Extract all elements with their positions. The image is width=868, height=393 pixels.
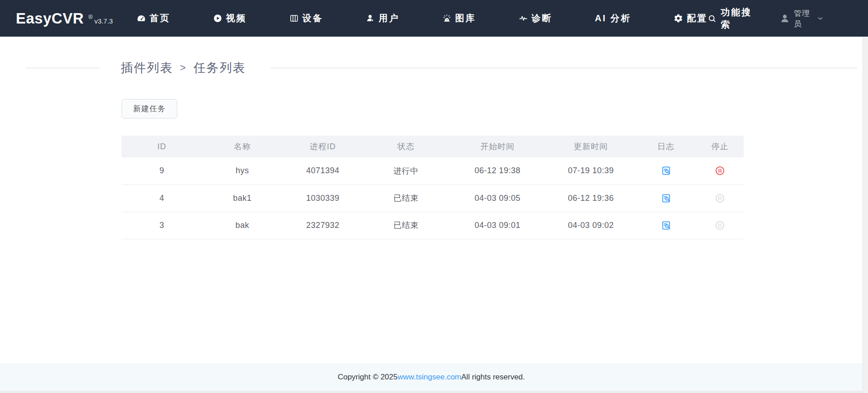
registered-mark: ® [88,14,93,20]
breadcrumb-right-rule [270,68,857,68]
nav-item-label: AI 分析 [595,12,632,24]
avatar-icon [779,13,790,24]
task-table-body: 9hys4071394进行中06-12 19:3807-19 10:394bak… [122,157,744,239]
user-label: 管理员 [794,8,813,29]
col-name: 名称 [202,136,283,157]
stop-task-icon [715,220,725,231]
easycvr-app: EasyCVR ® v3.7.3 首页 视频 设备 [0,0,868,393]
breadcrumb-task-list: 任务列表 [193,60,246,76]
nav-item-label: 用户 [379,12,400,24]
user-menu[interactable]: 管理员 [779,8,824,29]
breadcrumb-separator: > [180,62,187,74]
vertical-scrollbar-track[interactable] [863,37,868,393]
device-icon [289,14,299,23]
col-status: 状态 [363,136,449,157]
task-table-header: ID 名称 进程ID 状态 开始时间 更新时间 日志 停止 [122,136,744,157]
table-row: 4bak11030339已结束04-03 09:0506-12 19:36 [122,185,744,212]
task-status: 进行中 [363,157,449,185]
nav-item-label: 配置 [687,12,708,24]
nav-item-label: 诊断 [532,12,552,24]
view-log-icon[interactable] [661,193,671,204]
col-id: ID [122,136,202,157]
task-pid: 4071394 [283,157,363,185]
new-task-button[interactable]: 新建任务 [122,99,177,118]
function-search[interactable]: 功能搜索 [708,6,757,31]
stop-task-icon [715,193,725,204]
nav-item-device[interactable]: 设备 [289,12,323,24]
task-id: 9 [122,157,202,185]
nav-item-label: 图库 [455,12,476,24]
breadcrumb-left-rule [26,68,99,68]
stop-task-icon[interactable] [715,166,725,176]
top-nav-bar: EasyCVR ® v3.7.3 首页 视频 设备 [0,0,868,37]
nav-right-group: 功能搜索 管理员 [708,6,824,31]
table-row: 9hys4071394进行中06-12 19:3807-19 10:39 [122,157,744,185]
nav-item-label: 视频 [226,12,247,24]
task-start-time: 06-12 19:38 [449,157,546,185]
col-start-time: 开始时间 [449,136,546,157]
nav-item-user[interactable]: 用户 [366,12,400,24]
search-icon [708,14,717,23]
logo[interactable]: EasyCVR ® v3.7.3 [16,10,113,27]
task-status: 已结束 [363,212,449,239]
col-stop: 停止 [696,136,744,157]
task-start-time: 04-03 09:05 [449,185,546,212]
horizontal-scrollbar-track[interactable] [0,391,868,393]
task-id: 3 [122,212,202,239]
video-icon [213,14,222,23]
chevron-down-icon [817,15,824,22]
diagnosis-icon [519,14,528,23]
task-name: hys [202,157,283,185]
col-update-time: 更新时间 [546,136,636,157]
task-pid: 1030339 [283,185,363,212]
view-log-icon[interactable] [661,220,671,231]
copyright-suffix: All rights reserved. [461,373,525,382]
dashboard-icon [137,14,146,23]
page-footer: Copyright © 2025 www.tsingsee.com All ri… [0,363,863,391]
task-name: bak1 [202,185,283,212]
col-pid: 进程ID [283,136,363,157]
tsingsee-link[interactable]: www.tsingsee.com [397,373,461,382]
task-pid: 2327932 [283,212,363,239]
col-log: 日志 [636,136,696,157]
breadcrumb: 插件列表 > 任务列表 [0,59,863,76]
user-icon [366,14,375,23]
search-label: 功能搜索 [721,6,757,31]
task-name: bak [202,212,283,239]
logo-text: EasyCVR [16,10,84,27]
nav-item-config[interactable]: 配置 [674,12,708,24]
nav-item-label: 设备 [302,12,323,24]
view-log-icon[interactable] [661,166,671,176]
breadcrumb-plugin-list[interactable]: 插件列表 [121,60,173,76]
copyright-prefix: Copyright © 2025 [338,373,398,382]
task-update-time: 07-19 10:39 [546,157,636,185]
table-row: 3bak2327932已结束04-03 09:0104-03 09:02 [122,212,744,239]
task-update-time: 06-12 19:36 [546,185,636,212]
main-menu: 首页 视频 设备 用户 [137,12,708,24]
nav-item-gallery[interactable]: 图库 [442,12,476,24]
task-table: ID 名称 进程ID 状态 开始时间 更新时间 日志 停止 9hys407139… [122,136,744,239]
task-id: 4 [122,185,202,212]
nav-item-video[interactable]: 视频 [213,12,247,24]
task-status: 已结束 [363,185,449,212]
nav-item-label: 首页 [150,12,170,24]
nav-item-diagnosis[interactable]: AI 分析 诊断 [519,12,552,24]
gallery-icon [442,14,452,23]
version-label: v3.7.3 [94,17,113,25]
gear-icon [674,14,683,23]
task-update-time: 04-03 09:02 [546,212,636,239]
nav-item-ai-analysis[interactable]: AI 分析 [595,12,632,24]
task-start-time: 04-03 09:01 [449,212,546,239]
nav-item-home[interactable]: 首页 [137,12,170,24]
